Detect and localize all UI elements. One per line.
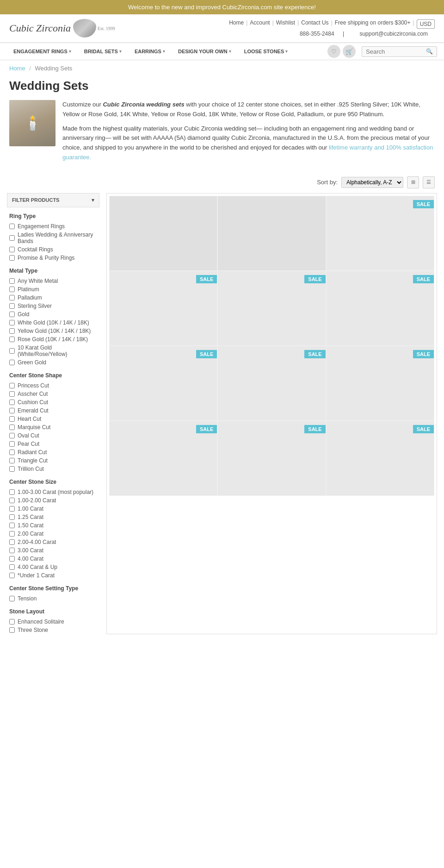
filter-engagement-rings[interactable]: Engagement Rings xyxy=(9,222,97,231)
filter-1-carat[interactable]: 1.00 Carat xyxy=(9,505,97,513)
breadcrumb-home[interactable]: Home xyxy=(9,65,25,72)
product-image xyxy=(218,196,325,270)
promise-rings-checkbox[interactable] xyxy=(9,255,15,261)
filter-enhanced-solitaire[interactable]: Enhanced Solitaire xyxy=(9,618,97,626)
product-card[interactable]: SALE xyxy=(326,421,434,496)
filter-stone-shape-title: Center Stone Shape xyxy=(9,372,97,379)
sale-badge: SALE xyxy=(196,275,217,283)
filter-1-3-carat[interactable]: 1.00-3.00 Carat (most popular) xyxy=(9,488,97,496)
filter-any-white-metal[interactable]: Any White Metal xyxy=(9,277,97,285)
filter-10k-gold[interactable]: 10 Karat Gold (White/Rose/Yellow) xyxy=(9,343,97,358)
filter-header[interactable]: FILTER PRODUCTS ▾ xyxy=(7,193,99,207)
sale-badge: SALE xyxy=(413,200,434,208)
filter-princess-cut[interactable]: Princess Cut xyxy=(9,381,97,390)
search-input[interactable] xyxy=(366,48,426,55)
filter-platinum[interactable]: Platinum xyxy=(9,285,97,293)
list-view-button[interactable]: ☰ xyxy=(423,176,435,188)
description-image: 🕯️ xyxy=(9,100,56,146)
filter-stone-layout: Stone Layout Enhanced Solitaire Three St… xyxy=(7,608,99,634)
filter-heart-cut[interactable]: Heart Cut xyxy=(9,415,97,423)
filter-2-4-carat[interactable]: 2.00-4.00 Carat xyxy=(9,538,97,546)
filter-pear-cut[interactable]: Pear Cut xyxy=(9,440,97,448)
filter-4-carat-up[interactable]: 4.00 Carat & Up xyxy=(9,563,97,571)
sale-badge: SALE xyxy=(413,425,434,433)
filter-oval-cut[interactable]: Oval Cut xyxy=(9,431,97,440)
nav-contact[interactable]: Contact Us xyxy=(301,19,328,29)
product-card[interactable]: SALE xyxy=(217,346,326,421)
sort-bar: Sort by: Alphabetically, A-ZAlphabetical… xyxy=(0,172,444,193)
filter-gold[interactable]: Gold xyxy=(9,310,97,318)
filter-tension[interactable]: Tension xyxy=(9,594,97,603)
chevron-down-icon: ▾ xyxy=(69,49,71,54)
product-card[interactable]: SALE xyxy=(109,421,217,496)
filter-marquise-cut[interactable]: Marquise Cut xyxy=(9,423,97,431)
filter-1-2-carat[interactable]: 1.00-2.00 Carat xyxy=(9,496,97,505)
product-grid: SALE SALE SALE SALE SALE SALE xyxy=(106,193,437,634)
nav-earrings[interactable]: EARRINGS ▾ xyxy=(128,43,172,60)
filter-under-1-carat[interactable]: *Under 1 Carat xyxy=(9,571,97,580)
main-nav: ENGAGEMENT RINGS ▾ BRIDAL SETS ▾ EARRING… xyxy=(0,43,444,60)
filter-metal-type: Metal Type Any White Metal Platinum Pall… xyxy=(7,268,99,367)
cocktail-rings-checkbox[interactable] xyxy=(9,247,15,252)
nav-bridal-sets[interactable]: BRIDAL SETS ▾ xyxy=(78,43,128,60)
filter-emerald-cut[interactable]: Emerald Cut xyxy=(9,406,97,415)
filter-rose-gold[interactable]: Rose Gold (10K / 14K / 18K) xyxy=(9,335,97,343)
filter-palladium[interactable]: Palladium xyxy=(9,293,97,302)
currency-badge[interactable]: USD xyxy=(417,19,435,29)
product-card[interactable]: SALE xyxy=(109,271,217,346)
filter-green-gold[interactable]: Green Gold xyxy=(9,358,97,367)
engagement-rings-checkbox[interactable] xyxy=(9,224,15,229)
filter-1-25-carat[interactable]: 1.25 Carat xyxy=(9,513,97,521)
nav-account[interactable]: Account xyxy=(250,19,270,29)
filter-asscher-cut[interactable]: Asscher Cut xyxy=(9,390,97,398)
product-card[interactable]: SALE xyxy=(326,346,434,421)
filter-1-5-carat[interactable]: 1.50 Carat xyxy=(9,521,97,530)
nav-shipping[interactable]: Free shipping on orders $300+ xyxy=(335,19,411,29)
product-card[interactable]: SALE xyxy=(326,271,434,346)
filter-trillion-cut[interactable]: Trillion Cut xyxy=(9,465,97,473)
filter-4-carat[interactable]: 4.00 Carat xyxy=(9,555,97,563)
logo-image xyxy=(73,19,96,37)
cart-icon[interactable]: 🛒 xyxy=(343,45,356,58)
nav-icons: ♡ 🛒 🔍 xyxy=(327,45,437,58)
wishlist-icon[interactable]: ♡ xyxy=(327,45,340,58)
filter-white-gold[interactable]: White Gold (10K / 14K / 18K) xyxy=(9,318,97,327)
logo[interactable]: Cubic Zirconia Est. 1999 xyxy=(9,19,115,37)
description: 🕯️ Customize our Cubic Zirconia wedding … xyxy=(0,100,444,172)
product-card[interactable] xyxy=(217,196,326,271)
product-image xyxy=(110,196,217,270)
nav-wishlist[interactable]: Wishlist xyxy=(276,19,295,29)
chevron-down-icon: ▾ xyxy=(163,49,165,54)
product-card[interactable]: SALE xyxy=(109,346,217,421)
filter-3-carat[interactable]: 3.00 Carat xyxy=(9,546,97,555)
filter-2-carat[interactable]: 2.00 Carat xyxy=(9,530,97,538)
filter-three-stone[interactable]: Three Stone xyxy=(9,626,97,634)
sort-select[interactable]: Alphabetically, A-ZAlphabetically, Z-APr… xyxy=(341,177,403,188)
grid-view-button[interactable]: ⊞ xyxy=(407,176,419,188)
sale-badge: SALE xyxy=(413,350,434,358)
filter-cocktail-rings[interactable]: Cocktail Rings xyxy=(9,245,97,254)
filter-ladies-wedding[interactable]: Ladies Wedding & Anniversary Bands xyxy=(9,231,97,245)
search-box[interactable]: 🔍 xyxy=(362,46,437,57)
filter-cushion-cut[interactable]: Cushion Cut xyxy=(9,398,97,406)
product-card[interactable]: SALE xyxy=(326,196,434,271)
contact-info: 888-355-2484 | support@cubiczirconia.com xyxy=(300,31,435,37)
product-card[interactable]: SALE xyxy=(217,271,326,346)
sale-badge: SALE xyxy=(413,275,434,283)
filter-setting-type-title: Center Stone Setting Type xyxy=(9,585,97,592)
desc-bold: Cubic Zirconia wedding sets xyxy=(103,101,184,108)
nav-home[interactable]: Home xyxy=(229,19,244,29)
product-card[interactable]: SALE xyxy=(217,421,326,496)
ladies-wedding-checkbox[interactable] xyxy=(9,235,15,241)
filter-yellow-gold[interactable]: Yellow Gold (10K / 14K / 18K) xyxy=(9,327,97,335)
nav-design-your-own[interactable]: DESIGN YOUR OWN ▾ xyxy=(172,43,238,60)
nav-engagement-rings[interactable]: ENGAGEMENT RINGS ▾ xyxy=(7,43,78,60)
filter-radiant-cut[interactable]: Radiant Cut xyxy=(9,448,97,456)
filter-sterling-silver[interactable]: Sterling Silver xyxy=(9,302,97,310)
product-card[interactable] xyxy=(109,196,217,271)
nav-loose-stones[interactable]: LOOSE STONES ▾ xyxy=(238,43,295,60)
phone-number: 888-355-2484 xyxy=(300,31,334,37)
announcement-text: Welcome to the new and improved CubicZir… xyxy=(128,4,316,11)
filter-triangle-cut[interactable]: Triangle Cut xyxy=(9,456,97,465)
filter-promise-rings[interactable]: Promise & Purity Rings xyxy=(9,254,97,262)
